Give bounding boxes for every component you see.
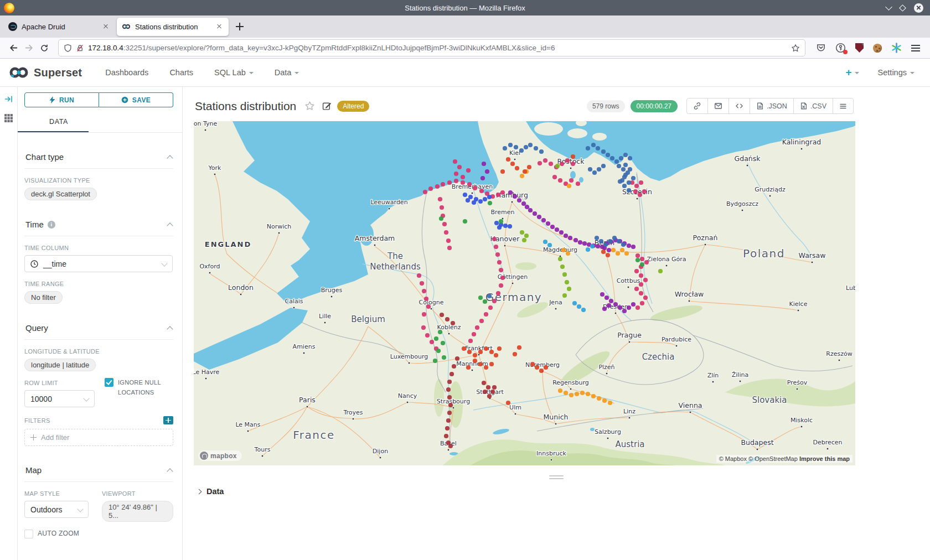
svg-text:Poznań: Poznań: [693, 234, 718, 242]
section-map[interactable]: Map: [24, 459, 173, 482]
run-button[interactable]: RUN: [24, 92, 99, 107]
favorite-star-icon[interactable]: [304, 101, 315, 111]
svg-text:Linz: Linz: [623, 408, 636, 415]
altered-badge[interactable]: Altered: [337, 101, 369, 112]
tab-stations-distribution[interactable]: Stations distribution: [117, 18, 229, 36]
superset-brand[interactable]: Superset: [9, 66, 82, 79]
tab-close-icon[interactable]: [215, 22, 224, 31]
section-chart-type[interactable]: Chart type: [24, 146, 173, 169]
forward-button[interactable]: [21, 40, 37, 56]
svg-text:Lille: Lille: [319, 313, 331, 320]
cookie-extension-icon[interactable]: [873, 44, 882, 53]
svg-text:Zielona Góra: Zielona Góra: [647, 256, 686, 263]
svg-text:Calais: Calais: [285, 298, 303, 305]
attribution-improve-link[interactable]: Improve this map: [799, 455, 850, 462]
chart-menu-button[interactable]: [833, 98, 853, 113]
tab-close-icon[interactable]: [101, 22, 110, 31]
row-limit-label: ROW LIMIT: [24, 380, 95, 386]
svg-text:The: The: [387, 251, 403, 261]
nav-data[interactable]: Data: [275, 68, 299, 77]
superset-logo-icon: [9, 66, 29, 79]
email-button[interactable]: [707, 98, 728, 113]
lonlat-pill[interactable]: longitude | latitude: [24, 359, 96, 371]
download-json-button[interactable]: .JSON: [750, 98, 793, 113]
tab-data[interactable]: DATA: [49, 118, 68, 126]
collapse-panel-icon[interactable]: [4, 95, 13, 103]
datasource-grid-icon[interactable]: [4, 113, 13, 123]
download-csv-button[interactable]: .CSV: [793, 98, 833, 113]
tracking-shield-icon[interactable]: [64, 44, 72, 53]
chart-area: Stations distribution Altered 579 rows 0…: [183, 87, 930, 560]
svg-text:Rzeszów: Rzeszów: [826, 350, 852, 357]
time-column-select[interactable]: __time: [24, 255, 173, 272]
plus-circle-icon: [121, 96, 128, 103]
panel-resize-handle[interactable]: [549, 475, 564, 479]
chevron-down-icon: [77, 506, 83, 512]
svg-text:Ulm: Ulm: [509, 404, 521, 411]
svg-text:Grudziądz: Grudziądz: [755, 186, 786, 193]
svg-text:Strasbourg: Strasbourg: [437, 398, 470, 405]
svg-text:Norwich: Norwich: [267, 223, 292, 230]
window-title: Stations distribution — Mozilla Firefox: [0, 4, 930, 12]
back-button[interactable]: [6, 40, 21, 56]
viz-type-pill[interactable]: deck.gl Scatterplot: [24, 188, 97, 200]
row-limit-select[interactable]: 10000: [24, 390, 95, 407]
insecure-lock-icon[interactable]: [76, 44, 84, 53]
chart-actions-group: .JSON .CSV: [686, 98, 854, 114]
nav-dashboards[interactable]: Dashboards: [105, 68, 148, 77]
new-item-button[interactable]: +: [845, 66, 859, 79]
snowflake-extension-icon[interactable]: [891, 43, 902, 53]
bookmark-star-icon[interactable]: [791, 44, 800, 53]
password-extension-icon[interactable]: [835, 43, 846, 53]
nav-sql-lab[interactable]: SQL Lab: [214, 68, 254, 77]
svg-text:Bremen: Bremen: [490, 209, 514, 216]
tab-apache-druid[interactable]: Apache Druid: [3, 18, 115, 36]
svg-text:Regensburg: Regensburg: [552, 379, 589, 386]
reload-button[interactable]: [37, 40, 52, 56]
mapbox-logo[interactable]: mapbox: [198, 450, 242, 461]
svg-text:Troyes: Troyes: [343, 409, 363, 416]
url-bar[interactable]: 172.18.0.4:32251/superset/explore/?form_…: [59, 40, 805, 56]
attribution-osm[interactable]: © OpenStreetMap: [748, 455, 798, 462]
data-panel-toggle[interactable]: Data: [197, 487, 930, 496]
map-style-select[interactable]: Outdoors: [24, 501, 89, 518]
map-attribution: © Mapbox © OpenStreetMap Improve this ma…: [716, 455, 852, 463]
copy-link-button[interactable]: [687, 98, 707, 113]
window-maximize-icon[interactable]: [899, 4, 906, 12]
adblock-shield-icon[interactable]: 2: [855, 43, 864, 53]
query-timer-badge: 00:00:00.27: [631, 100, 678, 112]
svg-text:Budapest: Budapest: [741, 438, 773, 447]
auto-zoom-checkbox[interactable]: [24, 530, 33, 538]
add-filter-dropzone[interactable]: Add filter: [24, 429, 173, 446]
nav-charts[interactable]: Charts: [169, 68, 193, 77]
edit-title-icon[interactable]: [322, 101, 332, 111]
pocket-icon[interactable]: [816, 43, 826, 53]
ignore-null-checkbox[interactable]: [105, 378, 113, 387]
settings-menu[interactable]: Settings: [878, 68, 914, 77]
new-tab-button[interactable]: [232, 19, 247, 34]
browser-menu-icon[interactable]: [911, 45, 920, 51]
svg-text:Netherlands: Netherlands: [370, 262, 421, 272]
attribution-mapbox[interactable]: © Mapbox: [719, 455, 747, 462]
chevron-up-icon: [167, 468, 173, 474]
section-point-size[interactable]: Point Size: [24, 556, 173, 560]
map-canvas[interactable]: on TyneYorkNorwichENGLANDOxfordLondonCal…: [194, 121, 855, 465]
superset-favicon: [122, 22, 131, 31]
section-query[interactable]: Query: [24, 317, 173, 340]
svg-text:Mannheim: Mannheim: [456, 360, 488, 367]
svg-text:Prešov: Prešov: [787, 379, 808, 386]
window-close-icon[interactable]: [914, 3, 923, 13]
embed-code-button[interactable]: [728, 98, 750, 113]
svg-text:Prague: Prague: [617, 331, 642, 339]
caret-down-icon: [249, 72, 254, 74]
svg-text:Lub: Lub: [846, 284, 855, 292]
section-time[interactable]: Time: [24, 214, 173, 236]
plus-icon: [30, 434, 37, 440]
time-range-pill[interactable]: No filter: [24, 291, 63, 304]
svg-text:London: London: [228, 283, 254, 292]
viewport-pill[interactable]: 10° 24' 49.86" | 5...: [102, 501, 173, 522]
save-button[interactable]: SAVE: [99, 92, 173, 107]
add-filter-plus-button[interactable]: [163, 416, 173, 424]
window-minimize-icon[interactable]: [885, 3, 892, 11]
superset-header: Superset Dashboards Charts SQL Lab Data …: [0, 59, 930, 87]
